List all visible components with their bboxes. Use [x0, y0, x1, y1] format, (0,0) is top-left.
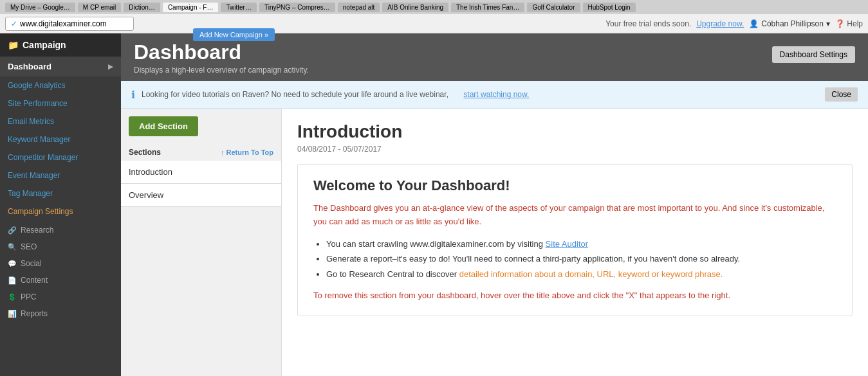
user-menu[interactable]: 👤 Cóbhan Phillipson ▾: [749, 19, 830, 28]
ppc-icon: 💲: [8, 293, 17, 301]
bullet2-text: Generate a report–it's easy to do! You'l…: [326, 254, 740, 264]
tab-campaign[interactable]: Campaign - F…: [163, 3, 219, 12]
sidebar-item-event-manager[interactable]: Event Manager: [0, 166, 121, 184]
add-new-campaign-dropdown[interactable]: Add New Campaign »: [193, 28, 275, 41]
bullet3-link-text: detailed information about a domain, URL…: [459, 269, 723, 279]
sidebar-section-social[interactable]: 💬 Social: [0, 254, 121, 271]
bullet3-prefix: Go to Research Central to discover: [326, 269, 457, 279]
sections-panel: Add Section Sections ↑ Return To Top Int…: [121, 109, 282, 376]
sidebar-section-ppc[interactable]: 💲 PPC: [0, 287, 121, 304]
user-avatar-icon: 👤: [749, 19, 759, 28]
content-area: Add Section Sections ↑ Return To Top Int…: [121, 109, 868, 376]
info-icon: ℹ: [131, 89, 135, 101]
article-box: Welcome to Your Dashboard! The Dashboard…: [297, 164, 853, 316]
info-text: Looking for video tutorials on Raven? No…: [142, 90, 448, 99]
dashboard-subtitle: Displays a high-level overview of campai…: [134, 66, 309, 75]
article-footer-text: To remove this section from your dashboa…: [313, 291, 730, 300]
tab-tinypng[interactable]: TinyPNG – Compres…: [259, 3, 335, 12]
sections-title: Sections: [129, 148, 161, 157]
browser-bar: Add New Campaign » ✓www.digitalexaminer.…: [0, 14, 868, 33]
tab-hubspot[interactable]: HubSpot Login: [583, 3, 636, 12]
article-list: You can start crawling www.digitalexamin…: [326, 237, 836, 282]
article-box-title: Welcome to Your Dashboard!: [313, 177, 836, 194]
sidebar-social-label: Social: [21, 259, 42, 268]
campaign-icon: 📁: [8, 40, 19, 50]
article-area: Introduction 04/08/2017 - 05/07/2017 Wel…: [282, 109, 868, 376]
site-auditor-link[interactable]: Site Auditor: [546, 239, 589, 249]
sidebar-reports-label: Reports: [21, 309, 48, 318]
info-link[interactable]: start watching now.: [463, 90, 529, 99]
address-value: www.digitalexaminer.com: [20, 19, 107, 28]
sidebar-seo-label: SEO: [21, 242, 37, 251]
sections-header: Sections ↑ Return To Top: [121, 144, 281, 161]
content-icon: 📄: [8, 276, 17, 285]
sidebar-item-google-analytics[interactable]: Google Analytics: [0, 76, 121, 94]
list-item-3: Go to Research Central to discover detai…: [326, 267, 836, 282]
app-layout: 📁 Campaign Dashboard ▶ Google Analytics …: [0, 33, 868, 376]
tab-irishtimes[interactable]: The Irish Times Fan…: [451, 3, 524, 12]
return-to-top-link[interactable]: ↑ Return To Top: [221, 148, 273, 156]
help-button[interactable]: ❓ Help: [835, 19, 863, 28]
sidebar-section-content[interactable]: 📄 Content: [0, 271, 121, 287]
dashboard-arrow-icon: ▶: [108, 63, 113, 70]
dashboard-settings-button[interactable]: Dashboard Settings: [772, 46, 855, 63]
sidebar-item-email-metrics[interactable]: Email Metrics: [0, 112, 121, 130]
article-title: Introduction: [297, 121, 853, 142]
trial-notice: Your free trial ends soon.: [605, 19, 691, 28]
sidebar-item-competitor-manager[interactable]: Competitor Manager: [0, 148, 121, 166]
sidebar-item-keyword-manager[interactable]: Keyword Manager: [0, 130, 121, 148]
list-item-1: You can start crawling www.digitalexamin…: [326, 237, 836, 251]
browser-right: Your free trial ends soon. Upgrade now. …: [605, 19, 863, 28]
info-banner: ℹ Looking for video tutorials on Raven? …: [121, 81, 868, 109]
add-section-button[interactable]: Add Section: [129, 116, 198, 136]
browser-tabs: My Drive – Google… M CP email Diction… C…: [0, 0, 868, 14]
sidebar-section-research[interactable]: 🔗 Research: [0, 220, 121, 237]
tab-golf[interactable]: Golf Calculator: [527, 3, 580, 12]
list-item-2: Generate a report–it's easy to do! You'l…: [326, 251, 836, 266]
sidebar-campaign-header: 📁 Campaign: [0, 33, 121, 57]
tab-mydrive[interactable]: My Drive – Google…: [5, 3, 75, 12]
bullet1-text: You can start crawling www.digitalexamin…: [326, 239, 543, 249]
sidebar-item-site-performance[interactable]: Site Performance: [0, 94, 121, 112]
reports-icon: 📊: [8, 310, 17, 318]
sidebar-research-label: Research: [21, 226, 53, 235]
upgrade-link[interactable]: Upgrade now.: [696, 19, 744, 28]
chevron-down-icon: ▾: [826, 19, 830, 28]
seo-icon: 🔍: [8, 243, 17, 251]
sidebar-section-seo[interactable]: 🔍 SEO: [0, 237, 121, 254]
tab-notepad[interactable]: notepad alt: [338, 3, 380, 12]
address-bar[interactable]: ✓www.digitalexaminer.com: [5, 17, 134, 31]
section-item-overview[interactable]: Overview: [121, 184, 281, 207]
section-item-introduction[interactable]: Introduction: [121, 161, 281, 184]
help-label: Help: [847, 19, 863, 28]
article-intro: The Dashboard gives you an at-a-glance v…: [313, 202, 836, 229]
question-icon: ❓: [835, 19, 845, 28]
sidebar-section-reports[interactable]: 📊 Reports: [0, 304, 121, 321]
sidebar: 📁 Campaign Dashboard ▶ Google Analytics …: [0, 33, 121, 376]
main-content: Dashboard Displays a high-level overview…: [121, 33, 868, 376]
sidebar-content-label: Content: [21, 276, 48, 285]
sidebar-item-campaign-settings[interactable]: Campaign Settings: [0, 202, 121, 220]
sidebar-item-tag-manager[interactable]: Tag Manager: [0, 184, 121, 202]
dashboard-label: Dashboard: [8, 62, 51, 71]
sidebar-dashboard-item[interactable]: Dashboard ▶: [0, 57, 121, 76]
bullet3-link[interactable]: detailed information about a domain, URL…: [459, 269, 723, 279]
tab-dict[interactable]: Diction…: [124, 3, 160, 12]
tab-twitter[interactable]: Twitter…: [221, 3, 256, 12]
article-footer: To remove this section from your dashboa…: [313, 289, 836, 303]
social-icon: 💬: [8, 260, 17, 268]
tab-cpemail[interactable]: M CP email: [78, 3, 122, 12]
tab-aib[interactable]: AIB Online Banking: [382, 3, 448, 12]
user-name: Cóbhan Phillipson: [761, 19, 824, 28]
article-date: 04/08/2017 - 05/07/2017: [297, 145, 853, 154]
sidebar-campaign-title: Campaign: [23, 40, 66, 50]
sidebar-ppc-label: PPC: [21, 292, 37, 301]
research-icon: 🔗: [8, 226, 17, 235]
close-banner-button[interactable]: Close: [825, 87, 858, 102]
page-title: Dashboard: [134, 41, 309, 64]
